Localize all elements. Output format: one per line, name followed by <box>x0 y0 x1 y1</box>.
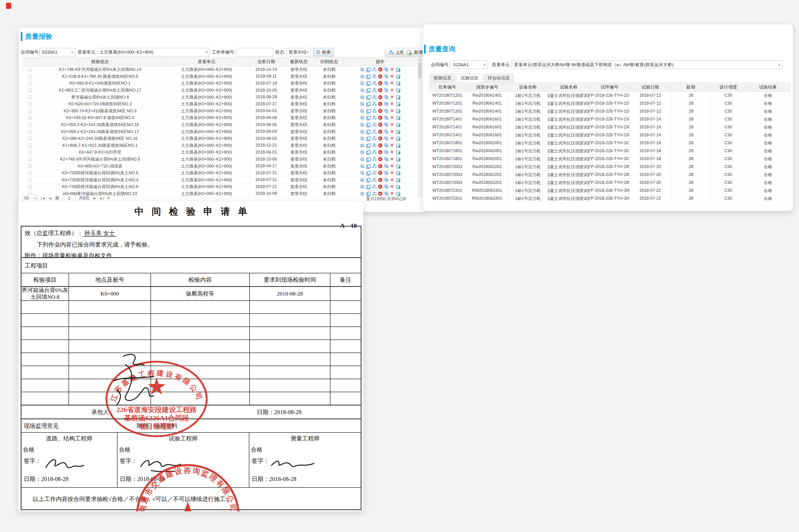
table-row[interactable]: K0+739四排河箱涵台背回填6%灰土NO.5土方路基(K0+000~K2+90… <box>23 170 417 177</box>
header-specimen-no[interactable]: 试件编号 <box>590 83 629 91</box>
export-icon[interactable] <box>396 150 401 154</box>
delete-icon[interactable] <box>390 136 395 140</box>
export-icon[interactable] <box>396 109 401 113</box>
branch-icon[interactable] <box>384 164 388 168</box>
search-icon[interactable] <box>360 102 364 106</box>
star-icon[interactable] <box>378 192 382 196</box>
row-checkbox[interactable] <box>28 185 32 189</box>
row-checkbox[interactable] <box>28 95 32 99</box>
org-icon[interactable] <box>372 164 376 168</box>
table-row[interactable]: WT2018071401Rw20180616011标1号压力机混凝土试件抗压强度… <box>429 123 790 131</box>
table-row[interactable]: WT2018072003Rw20180622011标1号压力机混凝土试件抗压强度… <box>429 171 790 179</box>
copy-icon[interactable] <box>366 116 370 120</box>
table-row[interactable]: K1+803.3二排河箱涵台背6%灰土回填NO.17土方路基(K0+000~K2… <box>23 87 417 94</box>
delete-icon[interactable] <box>390 192 395 196</box>
tab-report-info[interactable]: 报验信息 <box>430 74 455 82</box>
row-checkbox[interactable] <box>28 150 32 154</box>
row-checkbox[interactable] <box>28 171 32 175</box>
search-icon[interactable] <box>360 150 364 154</box>
delete-icon[interactable] <box>390 88 395 92</box>
org-icon[interactable] <box>372 171 376 175</box>
org-icon[interactable] <box>372 116 376 120</box>
star-icon[interactable] <box>378 116 382 120</box>
copy-icon[interactable] <box>366 171 370 175</box>
star-icon[interactable] <box>378 109 382 113</box>
org-icon[interactable] <box>372 95 376 99</box>
search-icon[interactable] <box>360 157 364 161</box>
add-button[interactable]: 新增 <box>403 48 426 57</box>
row-checkbox[interactable] <box>28 136 32 140</box>
table-row[interactable]: K0+620-K0+720.08填筑94区NO.2土方路基(K0+000~K2+… <box>23 101 417 108</box>
export-icon[interactable] <box>396 178 401 182</box>
first-page-button[interactable]: |◄ <box>41 196 45 200</box>
header-test-name[interactable]: 试验名称 <box>548 83 590 91</box>
org-icon[interactable] <box>372 74 376 78</box>
branch-icon[interactable] <box>384 130 388 134</box>
search-icon[interactable] <box>360 164 364 168</box>
table-row[interactable]: WT2018072201RW20180624011标1号压力机混凝土试件抗压强度… <box>429 187 790 194</box>
delete-icon[interactable] <box>390 171 395 175</box>
header-batch[interactable]: 检验批次 <box>37 58 163 66</box>
header-date[interactable]: 业务日期 <box>250 58 283 66</box>
delete-icon[interactable] <box>390 157 395 161</box>
table-row[interactable]: K0+739四排河箱涵台背回填6%灰土NO.4土方路基(K0+000~K2+90… <box>23 177 417 184</box>
copy-icon[interactable] <box>366 164 370 168</box>
row-checkbox[interactable] <box>28 81 32 85</box>
org-icon[interactable] <box>372 150 376 154</box>
header-task-no[interactable]: 任务编号 <box>429 83 466 91</box>
export-icon[interactable] <box>396 143 401 148</box>
table-row[interactable]: K2+748.4许洋河箱涵台背6%灰土回填NO.14土方路基(K0+000~K2… <box>23 66 417 73</box>
export-icon[interactable] <box>396 95 401 99</box>
tab-mixing-station-info[interactable]: 拌合站信息 <box>484 74 514 82</box>
copy-icon[interactable] <box>366 136 370 140</box>
branch-icon[interactable] <box>384 67 388 72</box>
table-row[interactable]: K2+080-K2+244.26路基填筑94区 NO.16土方路基(K0+000… <box>23 135 417 142</box>
header-archive[interactable]: 归档状态 <box>315 58 343 66</box>
export-icon[interactable] <box>396 116 401 120</box>
header-design-strength[interactable]: 设计强度 <box>711 83 746 91</box>
search-icon[interactable] <box>360 95 364 99</box>
org-icon[interactable] <box>372 192 376 196</box>
export-icon[interactable] <box>396 164 401 168</box>
org-icon[interactable] <box>372 81 376 85</box>
branch-icon[interactable] <box>384 102 388 106</box>
org-icon[interactable] <box>372 130 376 134</box>
header-age[interactable]: 龄期 <box>671 83 711 91</box>
delete-icon[interactable] <box>390 74 395 78</box>
copy-icon[interactable] <box>366 102 370 106</box>
star-icon[interactable] <box>378 74 382 78</box>
branch-icon[interactable] <box>384 81 388 85</box>
table-row[interactable]: K0+159.02-K0+447.8 填筑94区NO.4土方路基(K0+000~… <box>23 114 417 121</box>
page-size-select[interactable]: 50 ▾ <box>23 194 38 202</box>
row-checkbox[interactable] <box>28 88 32 92</box>
row-checkbox[interactable] <box>28 116 32 119</box>
export-icon[interactable] <box>396 192 401 196</box>
table-row[interactable]: K1+538.8-K1+784.30 路基填筑94区NO.5土方路基(K0+00… <box>23 73 417 80</box>
header-test-result[interactable]: 试验结果 <box>746 83 790 91</box>
search-icon[interactable] <box>360 171 364 175</box>
star-icon[interactable] <box>378 143 382 148</box>
copy-icon[interactable] <box>366 130 370 134</box>
copy-icon[interactable] <box>366 88 370 92</box>
delete-icon[interactable] <box>390 143 395 148</box>
delete-icon[interactable] <box>390 150 395 154</box>
copy-icon[interactable] <box>366 95 370 99</box>
delete-icon[interactable] <box>390 116 395 120</box>
branch-icon[interactable] <box>384 178 388 182</box>
row-checkbox[interactable] <box>28 157 32 161</box>
branch-icon[interactable] <box>384 171 388 175</box>
table-row[interactable]: K0+990.8-K1+045填筑94区NO.1土方路基(K0+000~K2+9… <box>23 80 417 87</box>
row-checkbox[interactable] <box>28 130 32 134</box>
copy-icon[interactable] <box>366 185 370 189</box>
search-icon[interactable] <box>360 81 364 85</box>
export-icon[interactable] <box>396 136 401 140</box>
worksheet-input[interactable] <box>236 48 273 56</box>
branch-icon[interactable] <box>384 74 388 78</box>
star-icon[interactable] <box>378 95 382 99</box>
export-icon[interactable] <box>396 171 401 175</box>
star-icon[interactable] <box>378 157 382 161</box>
table-row[interactable]: WT2018071401Rw20180616011标1号压力机混凝土试件抗压强度… <box>429 131 790 139</box>
table-row[interactable]: K2+059.2-K2+244.26路基填筑94区NO.18土方路基(K0+00… <box>23 121 417 128</box>
delete-icon[interactable] <box>390 130 395 134</box>
search-button[interactable]: 检索 <box>313 48 334 57</box>
